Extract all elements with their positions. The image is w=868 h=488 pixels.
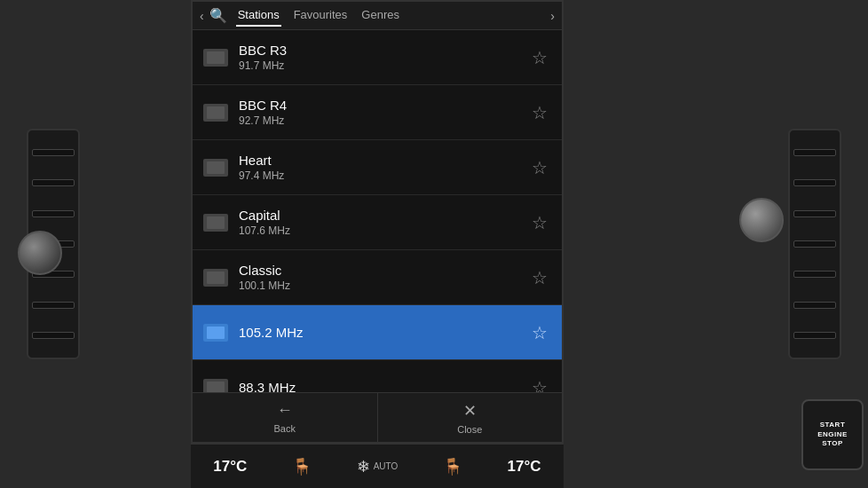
station-info: 88.3 MHz (239, 380, 528, 392)
back-arrow-icon: ← (277, 401, 293, 420)
left-volume-knob[interactable] (18, 231, 62, 275)
start-engine-button[interactable]: START ENGINE STOP (801, 399, 864, 470)
fan-icon: ❄ (357, 457, 370, 476)
station-list: BBC R3 91.7 MHz ☆ BBC R4 92.7 MHz ☆ Hear… (193, 30, 562, 392)
engine-label: ENGINE (817, 430, 848, 439)
nav-tabs: Stations Favourites Genres (236, 4, 401, 27)
favourite-star-button[interactable]: ☆ (528, 264, 551, 292)
station-radio-icon (203, 379, 228, 393)
station-name: BBC R3 (239, 43, 528, 58)
vent-slat (793, 271, 836, 278)
vent-slat (32, 149, 75, 156)
favourite-star-button[interactable]: ☆ (528, 374, 551, 393)
back-button[interactable]: ← Back (193, 393, 378, 442)
vent-slat (793, 210, 836, 217)
station-radio-icon (203, 269, 228, 287)
climate-seat-left[interactable]: 🪑 (292, 457, 312, 476)
close-label: Close (457, 424, 482, 435)
favourite-star-button[interactable]: ☆ (528, 209, 551, 237)
station-item[interactable]: BBC R3 91.7 MHz ☆ (193, 30, 562, 85)
vent-slat (793, 179, 836, 186)
station-item[interactable]: BBC R4 92.7 MHz ☆ (193, 85, 562, 140)
close-button[interactable]: ✕ Close (378, 393, 563, 442)
nav-bar: ‹ 🔍 Stations Favourites Genres › (193, 2, 562, 30)
right-temperature: 17°C (508, 458, 541, 476)
seat-heat-right-icon: 🪑 (443, 457, 462, 476)
bottom-action-bar: ← Back ✕ Close (193, 392, 562, 442)
vent-slat (32, 179, 75, 186)
station-frequency: 88.3 MHz (239, 380, 528, 392)
vent-slat (32, 302, 75, 309)
station-item-active[interactable]: 105.2 MHz ☆ (193, 305, 562, 360)
station-name: Classic (239, 263, 528, 278)
station-info: Heart 97.4 MHz (239, 153, 528, 182)
station-info: BBC R4 92.7 MHz (239, 98, 528, 127)
station-name: BBC R4 (239, 98, 528, 113)
station-frequency: 92.7 MHz (239, 114, 528, 127)
station-frequency: 91.7 MHz (239, 59, 528, 72)
vent-slat (793, 302, 836, 309)
right-vent (788, 129, 841, 359)
climate-fan[interactable]: ❄ AUTO (357, 457, 398, 476)
climate-left-temp: 17°C (213, 458, 247, 476)
start-label: START (820, 421, 846, 429)
station-item[interactable]: Heart 97.4 MHz ☆ (193, 140, 562, 195)
forward-chevron-icon[interactable]: › (550, 9, 555, 23)
vent-slat (793, 332, 836, 339)
favourite-star-button[interactable]: ☆ (528, 43, 551, 72)
station-item[interactable]: Classic 100.1 MHz ☆ (193, 250, 562, 305)
tab-favourites[interactable]: Favourites (292, 4, 350, 27)
station-radio-icon (203, 159, 228, 177)
climate-bar: 17°C 🪑 ❄ AUTO 🪑 17°C (191, 444, 564, 488)
station-radio-icon (203, 104, 228, 122)
favourite-star-button[interactable]: ☆ (528, 319, 551, 347)
vent-slat (32, 332, 75, 339)
station-frequency: 105.2 MHz (239, 325, 528, 340)
station-frequency: 100.1 MHz (239, 279, 528, 292)
station-radio-icon (203, 49, 228, 67)
left-temperature: 17°C (213, 458, 247, 476)
auto-label: AUTO (374, 461, 398, 471)
station-frequency: 97.4 MHz (239, 169, 528, 182)
station-item[interactable]: 88.3 MHz ☆ (193, 360, 562, 392)
climate-right-temp: 17°C (508, 458, 541, 476)
station-name: Heart (239, 153, 528, 168)
favourite-star-button[interactable]: ☆ (528, 98, 551, 127)
tab-stations[interactable]: Stations (236, 4, 281, 27)
back-label: Back (274, 423, 296, 434)
vent-slat (793, 240, 836, 248)
station-info: Capital 107.6 MHz (239, 208, 528, 237)
climate-seat-right[interactable]: 🪑 (443, 457, 462, 476)
close-x-icon: ✕ (463, 401, 477, 421)
vent-slat (32, 210, 75, 217)
station-name: Capital (239, 208, 528, 223)
station-info: Classic 100.1 MHz (239, 263, 528, 292)
favourite-star-button[interactable]: ☆ (528, 153, 551, 182)
station-item[interactable]: Capital 107.6 MHz ☆ (193, 195, 562, 250)
station-radio-icon (203, 324, 228, 342)
station-radio-icon (203, 214, 228, 232)
main-screen: ‹ 🔍 Stations Favourites Genres › BBC R3 … (191, 0, 564, 444)
stop-label: STOP (822, 439, 843, 448)
tab-genres[interactable]: Genres (359, 4, 401, 27)
seat-heat-left-icon: 🪑 (292, 457, 312, 476)
vent-slat (793, 149, 836, 156)
station-frequency: 107.6 MHz (239, 224, 528, 237)
right-tuner-knob[interactable] (739, 198, 784, 242)
station-info: 105.2 MHz (239, 325, 528, 340)
back-chevron-icon[interactable]: ‹ (200, 9, 204, 23)
search-icon[interactable]: 🔍 (209, 7, 227, 24)
station-info: BBC R3 91.7 MHz (239, 43, 528, 72)
